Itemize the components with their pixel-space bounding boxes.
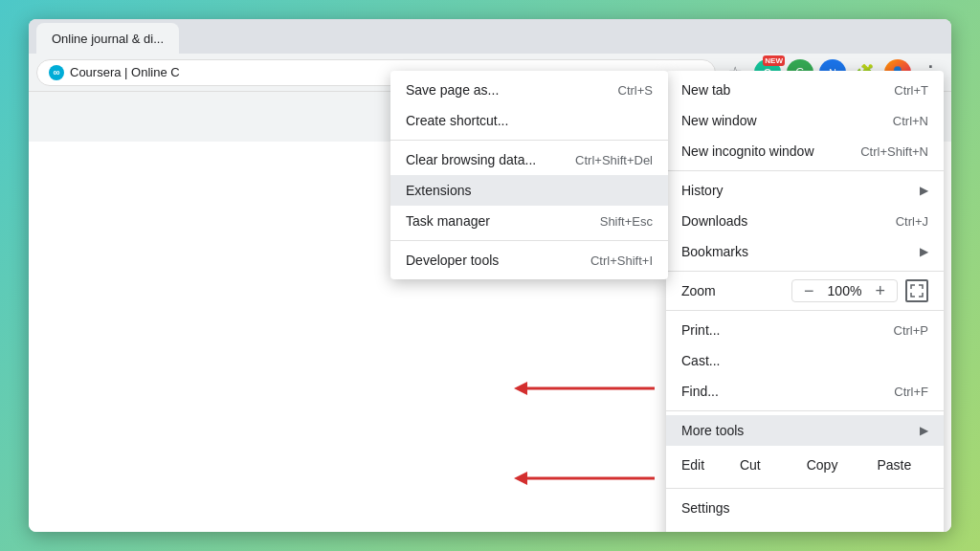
menu-item-downloads[interactable]: Downloads Ctrl+J [666, 206, 944, 236]
menu-item-find-shortcut: Ctrl+F [894, 385, 928, 399]
menu-item-print-label: Print... [681, 322, 894, 338]
menu-item-settings[interactable]: Settings [666, 493, 944, 523]
divider-4 [666, 410, 944, 411]
edit-label: Edit [681, 457, 704, 473]
chrome-menu: New tab Ctrl+T New window Ctrl+N New inc… [666, 71, 944, 532]
menu-item-print[interactable]: Print... Ctrl+P [666, 315, 944, 345]
sub-menu-item-create-shortcut[interactable]: Create shortcut... [390, 105, 668, 136]
sub-menu-item-dev-tools-shortcut: Ctrl+Shift+I [590, 253, 653, 268]
menu-item-help[interactable]: Help ▶ [666, 523, 944, 532]
menu-item-find-label: Find... [681, 384, 894, 399]
copy-button[interactable]: Copy [788, 452, 856, 478]
zoom-out-button[interactable]: − [800, 282, 818, 299]
sub-divider-1 [390, 140, 668, 141]
menu-item-downloads-label: Downloads [681, 213, 896, 229]
sub-menu-item-dev-tools-label: Developer tools [406, 253, 590, 268]
more-tools-arrow-annotation [506, 375, 659, 406]
svg-marker-1 [514, 382, 527, 395]
divider-5 [666, 488, 944, 489]
browser-window: Online journal & di... ∞ Coursera | Onli… [29, 19, 951, 532]
sub-menu-item-clear-data-label: Clear browsing data... [406, 152, 575, 167]
menu-item-downloads-shortcut: Ctrl+J [896, 214, 928, 229]
divider-2 [666, 271, 944, 272]
zoom-row: Zoom − 100% + [666, 276, 944, 306]
fullscreen-icon[interactable] [905, 279, 928, 302]
menu-item-history[interactable]: History ▶ [666, 175, 944, 206]
sub-menu-item-create-shortcut-label: Create shortcut... [406, 113, 653, 128]
menu-item-more-tools-label: More tools [681, 423, 912, 438]
sub-divider-2 [390, 240, 668, 241]
menu-item-find[interactable]: Find... Ctrl+F [666, 376, 944, 407]
zoom-value: 100% [825, 283, 863, 298]
cut-button[interactable]: Cut [716, 452, 784, 478]
menu-item-history-label: History [681, 183, 912, 198]
menu-item-new-tab[interactable]: New tab Ctrl+T [666, 75, 944, 105]
menu-item-new-window-shortcut: Ctrl+N [893, 114, 928, 128]
more-tools-submenu: Save page as... Ctrl+S Create shortcut..… [390, 71, 668, 279]
divider-3 [666, 310, 944, 311]
sub-menu-item-extensions[interactable]: Extensions [390, 175, 668, 206]
menu-item-print-shortcut: Ctrl+P [894, 323, 928, 338]
menu-item-incognito[interactable]: New incognito window Ctrl+Shift+N [666, 136, 944, 166]
menu-item-incognito-shortcut: Ctrl+Shift+N [860, 144, 928, 159]
zoom-label: Zoom [681, 283, 791, 298]
menu-item-new-window[interactable]: New window Ctrl+N [666, 105, 944, 136]
sub-menu-item-task-manager-shortcut: Shift+Esc [600, 214, 653, 229]
sub-menu-item-task-manager[interactable]: Task manager Shift+Esc [390, 206, 668, 236]
menu-item-cast[interactable]: Cast... [666, 345, 944, 376]
more-tools-arrow-icon: ▶ [920, 424, 928, 437]
menu-item-new-tab-label: New tab [681, 82, 894, 98]
browser-tab[interactable]: Online journal & di... [36, 23, 179, 54]
sub-menu-item-save-page-shortcut: Ctrl+S [618, 83, 653, 98]
site-icon: ∞ [49, 65, 64, 80]
menu-item-new-window-label: New window [681, 113, 893, 128]
menu-item-incognito-label: New incognito window [681, 143, 860, 159]
sub-menu-item-task-manager-label: Task manager [406, 213, 600, 229]
menu-item-new-tab-shortcut: Ctrl+T [894, 83, 928, 98]
sub-menu-item-extensions-label: Extensions [406, 183, 653, 198]
menu-item-help-label: Help [681, 531, 912, 532]
sub-menu-item-save-page-label: Save page as... [406, 82, 618, 98]
svg-marker-3 [514, 472, 527, 485]
sub-menu-item-clear-data[interactable]: Clear browsing data... Ctrl+Shift+Del [390, 144, 668, 175]
menu-item-bookmarks-label: Bookmarks [681, 244, 912, 259]
paste-button[interactable]: Paste [860, 452, 928, 478]
sub-menu-item-clear-data-shortcut: Ctrl+Shift+Del [575, 153, 653, 167]
edit-row: Edit Cut Copy Paste [666, 446, 944, 484]
sub-menu-item-save-page[interactable]: Save page as... Ctrl+S [390, 75, 668, 105]
menu-item-bookmarks[interactable]: Bookmarks ▶ [666, 236, 944, 267]
zoom-controls: − 100% + [791, 279, 898, 302]
address-text: Coursera | Online C [70, 65, 180, 79]
menu-item-more-tools[interactable]: More tools ▶ [666, 415, 944, 446]
menu-item-settings-label: Settings [681, 500, 928, 516]
sub-menu-item-dev-tools[interactable]: Developer tools Ctrl+Shift+I [390, 245, 668, 276]
extensions-arrow-annotation [506, 465, 659, 496]
menu-item-cast-label: Cast... [681, 353, 928, 368]
divider-1 [666, 170, 944, 171]
new-badge: NEW [763, 55, 785, 66]
tab-bar: Online journal & di... [29, 19, 951, 54]
history-arrow-icon: ▶ [920, 184, 928, 197]
bookmarks-arrow-icon: ▶ [920, 245, 928, 258]
tab-title: Online journal & di... [52, 32, 164, 46]
zoom-in-button[interactable]: + [871, 282, 889, 299]
